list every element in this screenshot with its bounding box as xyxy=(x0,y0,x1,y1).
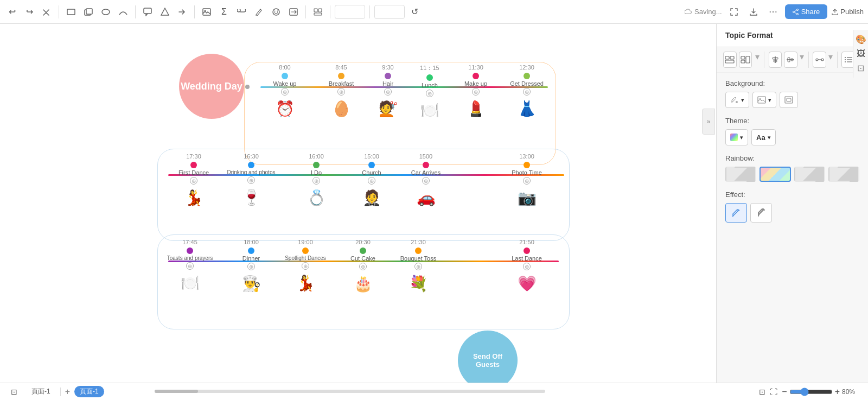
page-tab-inactive[interactable]: 頁面-1 xyxy=(26,386,56,397)
panel-collapse-left[interactable]: » xyxy=(702,109,715,135)
width-input[interactable] xyxy=(335,5,365,19)
font-picker[interactable]: Aa ▾ xyxy=(751,129,776,145)
page-tab-active[interactable]: 頁面-1 xyxy=(74,386,104,397)
panel-sep1 xyxy=(764,52,764,68)
svg-point-30 xyxy=(816,59,818,61)
wedding-day-circle[interactable]: Wedding Day xyxy=(179,54,244,119)
draw-button[interactable] xyxy=(251,4,266,20)
panel-icon-row1: ▾ ▾ ▾ ▾ xyxy=(717,47,868,73)
sendoff-circle[interactable]: Send Off Guests xyxy=(458,331,518,383)
svg-rect-19 xyxy=(730,56,734,59)
refresh-button[interactable]: ↺ xyxy=(407,4,422,20)
callout-button[interactable] xyxy=(140,4,155,20)
rainbow-option-3[interactable] xyxy=(794,167,825,182)
layout-button[interactable] xyxy=(310,4,326,20)
svg-rect-18 xyxy=(725,56,729,59)
panel-connect-btn[interactable] xyxy=(813,52,826,68)
svg-point-37 xyxy=(845,59,846,60)
publish-button[interactable]: Publish xyxy=(832,8,864,16)
effect-marker-button[interactable] xyxy=(750,203,772,223)
sep3 xyxy=(194,5,195,18)
theme-picker[interactable]: ▾ xyxy=(725,129,748,145)
publish-icon xyxy=(832,9,838,15)
rainbow-option-1[interactable] xyxy=(725,167,756,182)
svg-rect-14 xyxy=(314,13,322,15)
panel-connect-chevron: ▾ xyxy=(828,52,833,68)
node-cararrives: 1500 Car Arrives ⊕ 🚗 xyxy=(396,153,456,207)
node-dinner: 18:00 Dinner ⊕ 👨‍🍳 xyxy=(221,239,281,293)
fullscreen-button[interactable] xyxy=(726,4,742,20)
sticker-button[interactable] xyxy=(269,4,284,20)
bg-image-picker[interactable]: ▾ xyxy=(752,92,776,108)
panel-sep3 xyxy=(837,52,838,68)
node-lastdance: 21:50 Last Dance ⊕ 💗 xyxy=(497,239,557,293)
formula-button[interactable]: Σ xyxy=(216,4,232,20)
h-scrollbar-thumb[interactable] xyxy=(155,390,198,393)
side-icons: 🎨 🖼 ⊡ xyxy=(853,30,868,78)
add-page-button[interactable]: + xyxy=(65,387,70,397)
zoom-slider[interactable] xyxy=(789,388,833,396)
node-toasts: 17:45 Toasts and prayers ⊕ 🍽️ xyxy=(160,239,220,292)
export-button[interactable] xyxy=(746,4,761,20)
style-copy-button[interactable] xyxy=(81,4,96,20)
svg-rect-2 xyxy=(86,9,92,14)
embed-button[interactable] xyxy=(286,4,301,20)
arrow-button[interactable] xyxy=(175,4,190,20)
node-drinking: 16:30 Drinking and photos ⊕ 🍷 xyxy=(221,153,281,206)
rainbow-grid xyxy=(725,167,859,182)
background-controls: ▾ ▾ xyxy=(725,92,859,108)
fit-view-button[interactable]: ⊡ xyxy=(759,388,765,396)
page-view-button[interactable]: ⊡ xyxy=(7,384,22,399)
zoom-in-button[interactable]: + xyxy=(835,387,840,397)
node-spotlight: 19:00 Spotlight Dances ⊕ 💃 xyxy=(276,239,335,292)
node-firstdance: 17:30 First Dance ⊕ 💃 xyxy=(164,153,224,207)
image-icon xyxy=(757,96,766,104)
style-path-button[interactable] xyxy=(116,4,131,20)
rainbow-option-2[interactable] xyxy=(760,167,790,182)
h-scrollbar[interactable] xyxy=(155,390,545,393)
canvas-area[interactable]: Wedding Day 8:00 Wake up ⊕ ⏰ 8:45 Breakf… xyxy=(0,24,716,383)
svg-point-15 xyxy=(796,9,798,10)
svg-point-36 xyxy=(845,57,846,58)
bg-frame-picker[interactable] xyxy=(780,92,798,108)
effect-pencil-button[interactable] xyxy=(725,203,747,223)
redo-button[interactable]: ↪ xyxy=(22,4,37,20)
style-oval-button[interactable] xyxy=(98,4,113,20)
more-button[interactable]: ⋯ xyxy=(765,4,781,20)
panel-layout-btn2[interactable] xyxy=(739,52,752,68)
bg-color-picker[interactable]: ▾ xyxy=(725,92,749,108)
image-button[interactable] xyxy=(199,4,214,20)
sep2 xyxy=(135,5,136,18)
svg-marker-5 xyxy=(161,8,169,15)
style-rect-button[interactable] xyxy=(63,4,79,20)
svg-point-17 xyxy=(793,11,794,12)
height-input[interactable] xyxy=(374,5,405,19)
zoom-out-button[interactable]: − xyxy=(782,387,787,397)
side-paint-button[interactable]: 🎨 xyxy=(856,34,866,45)
panel-layout-btn1[interactable] xyxy=(723,52,737,68)
right-panel: » Topic Format » ▾ ▾ xyxy=(716,24,868,383)
share-button[interactable]: Share xyxy=(785,4,828,19)
svg-rect-42 xyxy=(785,97,793,103)
panel-align-btn2[interactable] xyxy=(784,52,797,68)
side-image-button[interactable]: 🖼 xyxy=(857,49,865,59)
theme-section: Theme: ▾ Aa ▾ xyxy=(725,117,859,145)
rainbow-option-4[interactable] xyxy=(828,167,859,182)
marker-icon xyxy=(756,207,767,218)
clear-button[interactable] xyxy=(39,4,54,20)
node-cutcake: 20:30 Cut Cake ⊕ 🎂 xyxy=(333,239,393,293)
svg-point-3 xyxy=(102,9,110,15)
svg-rect-43 xyxy=(787,98,791,101)
svg-rect-13 xyxy=(318,9,322,12)
frame-icon xyxy=(784,96,793,104)
background-section: Background: ▾ ▾ xyxy=(725,79,859,108)
link-button[interactable] xyxy=(234,4,249,20)
sep1 xyxy=(59,5,59,18)
panel-sep2 xyxy=(808,52,809,68)
undo-button[interactable]: ↩ xyxy=(4,4,20,20)
side-crop-button[interactable]: ⊡ xyxy=(857,63,864,73)
svg-rect-20 xyxy=(725,60,734,63)
shape-button[interactable] xyxy=(157,4,173,20)
panel-align-btn1[interactable] xyxy=(769,52,782,68)
fullscreen-view-button[interactable]: ⛶ xyxy=(770,388,777,396)
